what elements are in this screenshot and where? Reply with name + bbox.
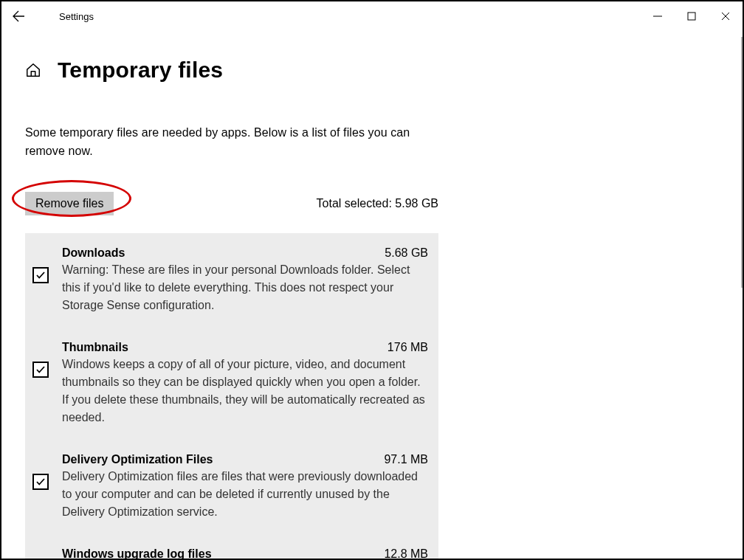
check-icon — [35, 364, 46, 375]
arrow-left-icon — [13, 10, 24, 22]
item-size: 176 MB — [388, 341, 428, 354]
titlebar: Settings — [1, 1, 743, 31]
check-icon — [35, 270, 46, 280]
intro-text: Some temporary files are needed by apps.… — [25, 124, 438, 161]
page-title: Temporary files — [58, 58, 223, 83]
item-name: Thumbnails — [62, 341, 128, 354]
maximize-icon — [687, 12, 696, 21]
total-selected-label: Total selected: 5.98 GB — [317, 197, 438, 210]
item-size: 12.8 MB — [384, 547, 428, 560]
settings-window: Settings Temporary files Some temporary … — [0, 0, 744, 560]
back-button[interactable] — [1, 1, 35, 31]
checkbox-delivery-optimization[interactable] — [32, 474, 49, 490]
temp-files-list: Downloads5.68 GB Warning: These are file… — [25, 233, 438, 560]
checkbox-thumbnails[interactable] — [32, 362, 49, 378]
svg-rect-0 — [688, 13, 695, 20]
temp-file-item-windows-upgrade-logs: Windows upgrade log files12.8 MB Windows… — [32, 547, 428, 560]
maximize-button[interactable] — [675, 1, 709, 31]
item-description: Warning: These are files in your persona… — [62, 261, 428, 314]
home-icon — [25, 62, 41, 78]
temp-file-item-downloads: Downloads5.68 GB Warning: These are file… — [32, 246, 428, 341]
scrollbar-thumb[interactable] — [741, 37, 744, 288]
action-row: Remove files Total selected: 5.98 GB — [25, 192, 438, 215]
temp-file-item-thumbnails: Thumbnails176 MB Windows keeps a copy of… — [32, 341, 428, 453]
item-size: 5.68 GB — [385, 246, 428, 260]
item-name: Downloads — [62, 246, 125, 260]
page-header: Temporary files — [25, 58, 743, 83]
item-size: 97.1 MB — [384, 453, 428, 466]
minimize-button[interactable] — [641, 1, 675, 31]
window-title: Settings — [59, 11, 94, 22]
checkbox-downloads[interactable] — [32, 267, 49, 283]
close-icon — [721, 12, 730, 21]
window-controls — [641, 1, 743, 31]
temp-file-item-delivery-optimization: Delivery Optimization Files97.1 MB Deliv… — [32, 453, 428, 547]
item-name: Windows upgrade log files — [62, 547, 212, 560]
minimize-icon — [653, 12, 662, 21]
home-button[interactable] — [25, 62, 41, 78]
item-name: Delivery Optimization Files — [62, 453, 213, 466]
close-button[interactable] — [709, 1, 743, 31]
remove-files-button[interactable]: Remove files — [25, 192, 114, 215]
item-description: Windows keeps a copy of all of your pict… — [62, 356, 428, 426]
item-description: Delivery Optimization files are files th… — [62, 468, 428, 521]
content-area: Some temporary files are needed by apps.… — [25, 124, 438, 560]
check-icon — [35, 477, 46, 487]
